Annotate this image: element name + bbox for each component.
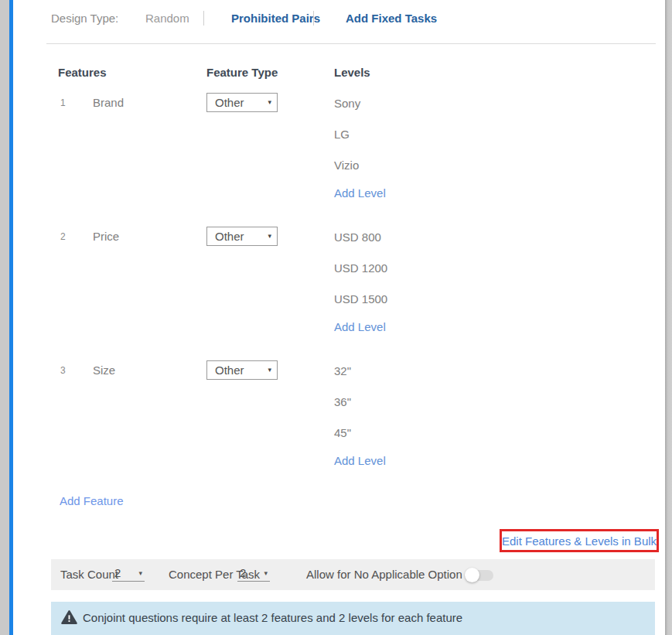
warning-message: Conjoint questions require at least 2 fe… [83, 611, 462, 624]
task-count-select[interactable]: 2 ▾ [112, 565, 145, 582]
level-item[interactable]: USD 1500 [334, 292, 387, 306]
level-item[interactable]: Vizio [334, 159, 359, 172]
chevron-down-icon: ▾ [264, 569, 268, 577]
toggle-knob [465, 568, 479, 582]
add-level-link[interactable]: Add Level [334, 186, 386, 200]
chevron-down-icon: ▾ [138, 569, 142, 577]
feature-name[interactable]: Size [93, 364, 115, 377]
level-item[interactable]: LG [334, 128, 350, 141]
conjoint-design-panel: Design Type: Random Prohibited Pairs Add… [0, 0, 672, 635]
prohibited-pairs-link[interactable]: Prohibited Pairs [231, 12, 320, 25]
concept-per-task-select[interactable]: 2 ▾ [237, 565, 270, 582]
section-divider [46, 43, 656, 44]
feature-type-select[interactable]: Other ▾ [206, 227, 278, 246]
column-header-features: Features [58, 66, 107, 79]
design-type-label: Design Type: [51, 12, 118, 25]
column-header-levels: Levels [334, 66, 370, 79]
add-fixed-tasks-link[interactable]: Add Fixed Tasks [346, 12, 437, 25]
chevron-down-icon: ▾ [268, 232, 271, 240]
row-number: 3 [60, 365, 66, 376]
separator [203, 11, 204, 26]
row-number: 2 [60, 231, 66, 242]
column-header-feature-type: Feature Type [206, 66, 278, 79]
selected-value: Other [215, 230, 244, 243]
level-item[interactable]: USD 1200 [334, 261, 387, 275]
feature-type-select[interactable]: Other ▾ [206, 360, 278, 380]
feature-row-price: 2 Price Other ▾ USD 800 USD 1200 USD 150… [0, 227, 672, 360]
add-feature-link[interactable]: Add Feature [60, 494, 124, 507]
task-count-label: Task Count [60, 568, 118, 581]
feature-name[interactable]: Brand [93, 96, 124, 109]
level-item[interactable]: Sony [334, 97, 360, 110]
selected-value: Other [215, 364, 244, 377]
concept-per-task-value: 2 [240, 566, 246, 579]
level-item[interactable]: 32" [334, 364, 351, 377]
allow-no-applicable-label: Allow for No Applicable Option [306, 568, 462, 581]
level-item[interactable]: 45" [334, 426, 351, 439]
chevron-down-icon: ▾ [268, 98, 271, 106]
add-level-link[interactable]: Add Level [334, 454, 386, 467]
feature-name[interactable]: Price [93, 230, 119, 243]
feature-type-select[interactable]: Other ▾ [206, 93, 278, 112]
selected-value: Other [215, 96, 244, 109]
warning-banner: Conjoint questions require at least 2 fe… [51, 602, 655, 635]
level-item[interactable]: USD 800 [334, 230, 381, 244]
level-item[interactable]: 36" [334, 395, 351, 408]
feature-row-brand: 1 Brand Other ▾ Sony LG Vizio Add Level [0, 93, 672, 227]
separator [313, 11, 314, 26]
feature-row-size: 3 Size Other ▾ 32" 36" 45" Add Level [0, 360, 672, 484]
add-level-link[interactable]: Add Level [334, 320, 386, 333]
task-count-value: 2 [114, 566, 121, 579]
bulk-edit-highlight-box: Edit Features & Levels in Bulk [500, 529, 659, 552]
row-number: 1 [60, 97, 66, 108]
edit-features-levels-bulk-link[interactable]: Edit Features & Levels in Bulk [502, 534, 657, 548]
task-controls-bar: Task Count 2 ▾ Concept Per Task 2 ▾ Allo… [51, 559, 655, 590]
allow-no-applicable-toggle[interactable] [466, 570, 493, 581]
warning-triangle-icon [61, 609, 77, 628]
chevron-down-icon: ▾ [268, 366, 271, 374]
design-type-option-random[interactable]: Random [145, 12, 189, 25]
